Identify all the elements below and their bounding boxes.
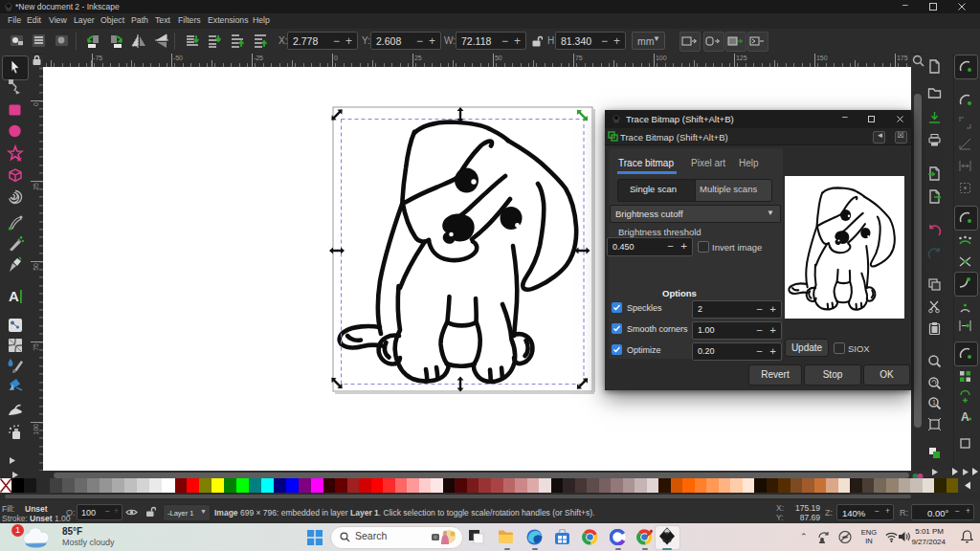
svg-text:A: A (9, 288, 19, 304)
svg-text:A: A (961, 410, 969, 424)
svg-text:1: 1 (932, 399, 936, 406)
